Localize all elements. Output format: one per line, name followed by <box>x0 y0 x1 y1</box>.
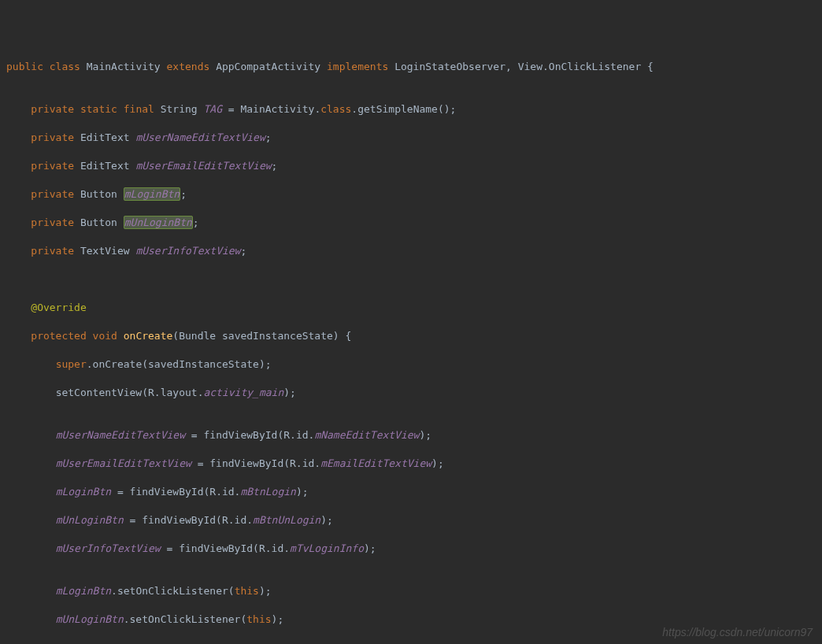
code-line: private EditText mUserNameEditTextView; <box>6 131 822 145</box>
code-editor[interactable]: public class MainActivity extends AppCom… <box>6 60 822 644</box>
code-line: setContentView(R.layout.activity_main); <box>6 386 822 400</box>
code-line: mUserNameEditTextView = findViewById(R.i… <box>6 428 822 442</box>
code-line: private TextView mUserInfoTextView; <box>6 244 822 258</box>
code-line: mUserEmailEditTextView = findViewById(R.… <box>6 457 822 471</box>
code-line: private Button mLoginBtn; <box>6 187 822 202</box>
code-line: mUserInfoTextView = findViewById(R.id.mT… <box>6 542 822 556</box>
code-line: mUnLoginBtn = findViewById(R.id.mBtnUnLo… <box>6 513 822 527</box>
code-line: private Button mUnLoginBtn; <box>6 216 822 230</box>
code-line: mLoginBtn.setOnClickListener(this); <box>6 584 822 598</box>
code-line: public class MainActivity extends AppCom… <box>6 60 822 74</box>
code-line: private EditText mUserEmailEditTextView; <box>6 159 822 173</box>
code-line: @Override <box>6 301 822 315</box>
code-line: private static final String TAG = MainAc… <box>6 102 822 117</box>
code-line: protected void onCreate(Bundle savedInst… <box>6 329 822 343</box>
watermark-text: https://blog.csdn.net/unicorn97 <box>662 625 813 639</box>
code-line: mLoginBtn = findViewById(R.id.mBtnLogin)… <box>6 485 822 499</box>
code-line: super.onCreate(savedInstanceState); <box>6 357 822 372</box>
